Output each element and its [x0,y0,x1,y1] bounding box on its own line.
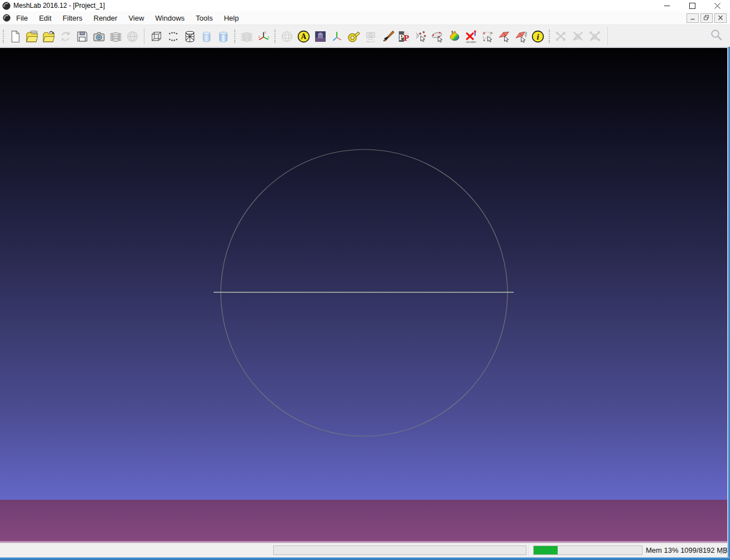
toolbar-separator [144,28,144,44]
delete-selected-faces-button [569,28,586,45]
render-flat-button[interactable] [198,28,215,45]
open-project-button[interactable] [23,28,40,45]
meshlab-logo-icon [2,2,11,10]
svg-text:GEOREF: GEOREF [466,40,476,43]
render-wireframe-button[interactable] [181,28,198,45]
toolbar-search-zone [607,27,730,46]
svg-text:2: 2 [258,35,260,38]
statusbar-separator [529,544,530,556]
menu-item-windows[interactable]: Windows [149,12,190,24]
mdi-controls [687,13,727,23]
resize-grip[interactable] [721,548,727,556]
meshlab-window: MeshLab 2016.12 - [Project_1] File Edit … [0,0,730,560]
svg-text:Alignment: Alignment [366,40,375,42]
menu-item-view[interactable]: View [123,12,149,24]
new-empty-project-button[interactable] [7,28,23,45]
win-minimize-icon [664,3,670,9]
reload-mesh-button [57,28,74,45]
svg-text:1: 1 [264,31,266,34]
magnifier-icon[interactable] [710,28,723,44]
import-mesh-button[interactable] [40,28,57,45]
toolbar-drag-handle [3,30,4,43]
z-painting-button[interactable] [379,28,395,45]
mdi-close-button[interactable] [714,13,727,23]
menu-item-filters[interactable]: Filters [57,12,88,24]
render-points-button[interactable] [165,28,181,45]
3d-viewport[interactable] [0,47,730,543]
window-maximize-button[interactable] [680,0,705,11]
window-bottom-border [0,557,730,560]
show-labels-button[interactable]: A [295,28,312,45]
titlebar[interactable]: MeshLab 2016.12 - [Project_1] [0,0,730,11]
background-image-button[interactable] [312,28,328,45]
mdi-minimize-button[interactable] [687,13,699,23]
trackball-visibility-button [278,28,295,45]
menu-item-render[interactable]: Render [88,12,123,24]
menu-item-file[interactable]: File [11,12,33,24]
render-textures-button [238,28,255,45]
task-progress-bar [273,545,526,555]
select-faces-button[interactable] [496,28,513,45]
export-mesh-button[interactable] [74,28,90,45]
pick-points-button[interactable]: PP [395,28,412,45]
select-faces-rect-button[interactable] [513,28,529,45]
measuring-tool-button[interactable] [345,28,362,45]
delete-selected-faces-vertices-button [586,28,603,45]
win-maximize-icon [689,3,695,9]
quality-mapper-button[interactable] [446,28,462,45]
win-close-icon [714,3,721,9]
window-controls [655,0,730,11]
toolbar-drag-handle [549,30,550,43]
viewport-ground-band [0,500,730,543]
svg-text:A: A [301,32,306,41]
statusbar: Mem 13% 1099/8192 MB [0,543,730,558]
toolbar-drag-handle [234,30,235,43]
get-info-button[interactable]: i [529,28,546,45]
memory-usage-label: Mem 13% 1099/8192 MB [646,546,728,554]
svg-text:3: 3 [267,35,269,38]
window-right-border [727,47,730,557]
mdi-window-icon[interactable] [3,14,11,22]
render-smooth-button[interactable] [215,28,231,45]
memory-usage-fill [534,546,558,554]
window-close-button[interactable] [705,0,730,11]
trackball-manipulator [0,48,730,543]
menubar: File Edit Filters Render View Windows To… [0,11,730,25]
align-tool-button[interactable] [429,28,446,45]
menu-item-tools[interactable]: Tools [190,12,218,24]
mdi-minimize-icon [689,15,696,21]
georeference-button[interactable]: GEOREF [462,28,479,45]
mdi-restore-icon [703,15,710,21]
window-minimize-button[interactable] [655,0,680,11]
snapshot-button[interactable] [90,28,107,45]
mdi-restore-button[interactable] [700,13,713,23]
point-picking-button[interactable] [412,28,429,45]
render-bbox-button[interactable] [148,28,165,45]
menu-item-help[interactable]: Help [218,12,244,24]
web-export-button [124,28,141,45]
delete-selected-vertices-button [553,28,569,45]
menu-item-edit[interactable]: Edit [33,12,57,24]
svg-text:P: P [403,33,409,42]
mdi-close-icon [717,15,724,21]
svg-text:i: i [536,32,539,41]
select-vertices-button[interactable] [479,28,496,45]
raster-alignment-button: RasterAlignment [362,28,379,45]
show-axis-button[interactable]: 123 [255,28,272,45]
toolbar-drag-handle [274,30,275,43]
show-axes-corner-button[interactable] [328,28,345,45]
main-toolbar: 123 A RasterAlignment PP [0,25,730,47]
memory-usage-bar [533,545,642,555]
show-layer-dialog-button[interactable] [107,28,124,45]
window-title: MeshLab 2016.12 - [Project_1] [13,2,105,9]
